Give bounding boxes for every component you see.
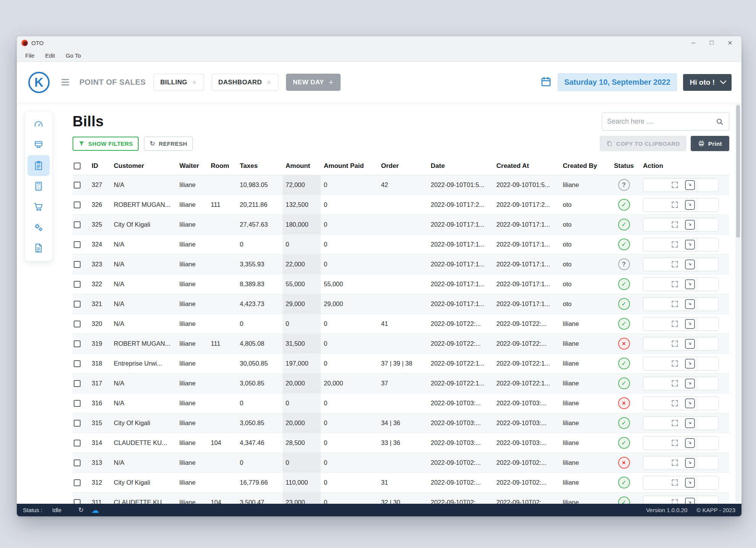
dashboard-button[interactable]: DASHBOARD + (212, 74, 278, 91)
sidebar-item-invoices[interactable] (27, 176, 50, 197)
expand-row-button[interactable] (666, 456, 683, 469)
sidebar-item-dashboard[interactable] (27, 114, 50, 135)
row-checkbox[interactable] (74, 499, 81, 504)
export-row-button[interactable] (683, 437, 697, 450)
expand-row-button[interactable] (666, 278, 683, 291)
row-checkbox[interactable] (74, 380, 81, 387)
vertical-scrollbar[interactable] (735, 104, 741, 503)
new-day-button[interactable]: NEW DAY + (286, 74, 341, 91)
row-checkbox[interactable] (74, 479, 81, 486)
table-row[interactable]: 321 N/A liliane 4,423.73 29,000 29,000 2… (73, 294, 729, 314)
calendar-icon[interactable] (540, 76, 552, 89)
table-row[interactable]: 318 Entreprise Urwi... liliane 30,050.85… (73, 354, 729, 374)
export-row-button[interactable] (683, 278, 697, 291)
table-row[interactable]: 315 City Of Kigali liliane 3,050.85 20,0… (73, 413, 729, 433)
copy-to-clipboard-button[interactable]: COPY TO CLIPBOARD (600, 136, 686, 151)
action-more-area[interactable] (697, 437, 718, 450)
row-checkbox[interactable] (74, 201, 81, 208)
export-row-button[interactable] (683, 417, 697, 430)
action-more-area[interactable] (697, 456, 718, 469)
row-checkbox[interactable] (74, 221, 81, 228)
billing-button[interactable]: BILLING + (153, 74, 204, 91)
export-row-button[interactable] (683, 357, 697, 370)
action-more-area[interactable] (697, 298, 718, 311)
expand-row-button[interactable] (666, 417, 683, 430)
search-icon[interactable] (716, 118, 724, 126)
hamburger-menu-icon[interactable] (60, 77, 71, 87)
action-more-area[interactable] (697, 218, 718, 231)
close-button[interactable]: × (721, 36, 739, 49)
row-checkbox[interactable] (74, 281, 81, 288)
select-all-checkbox[interactable] (74, 163, 81, 169)
table-row[interactable]: 314 CLAUDETTE KU... liliane 104 4,347.46… (73, 433, 729, 453)
action-more-area[interactable] (697, 417, 718, 430)
row-checkbox[interactable] (74, 440, 81, 446)
export-row-button[interactable] (683, 337, 697, 350)
expand-row-button[interactable] (666, 198, 683, 211)
action-more-area[interactable] (697, 496, 718, 504)
minimize-button[interactable]: – (684, 36, 703, 49)
expand-row-button[interactable] (666, 179, 683, 192)
expand-row-button[interactable] (666, 318, 683, 330)
table-row[interactable]: 323 N/A liliane 3,355.93 22,000 0 2022-0… (73, 255, 729, 274)
scrollbar-thumb[interactable] (736, 105, 740, 238)
export-row-button[interactable] (683, 318, 697, 330)
export-row-button[interactable] (683, 258, 697, 271)
expand-row-button[interactable] (666, 357, 683, 370)
show-filters-button[interactable]: SHOW FILTERS (73, 137, 139, 151)
table-row[interactable]: 311 CLAUDETTE KU... liliane 104 3,500.47… (73, 493, 729, 504)
table-row[interactable]: 326 ROBERT MUGAN... liliane 111 20,211.8… (73, 195, 729, 215)
table-row[interactable]: 316 N/A liliane 0 0 0 2022-09-10T03:... … (73, 393, 729, 413)
expand-row-button[interactable] (666, 496, 683, 504)
table-row[interactable]: 313 N/A liliane 0 0 0 2022-09-10T02:... … (73, 453, 729, 473)
row-checkbox[interactable] (74, 182, 81, 189)
export-row-button[interactable] (683, 218, 697, 231)
expand-row-button[interactable] (666, 218, 683, 231)
action-more-area[interactable] (697, 198, 718, 211)
export-row-button[interactable] (683, 179, 697, 192)
sidebar-item-orders[interactable] (27, 197, 50, 217)
row-checkbox[interactable] (74, 321, 81, 327)
action-more-area[interactable] (697, 377, 718, 390)
expand-row-button[interactable] (666, 476, 683, 489)
action-more-area[interactable] (697, 397, 718, 410)
row-checkbox[interactable] (74, 261, 81, 268)
action-more-area[interactable] (697, 357, 718, 370)
expand-row-button[interactable] (666, 397, 683, 410)
table-row[interactable]: 312 City Of Kigali liliane 16,779.66 110… (73, 473, 729, 493)
table-row[interactable]: 324 N/A liliane 0 0 0 2022-09-10T17:1...… (73, 235, 729, 255)
refresh-button[interactable]: ↻ REFRESH (144, 137, 193, 151)
row-checkbox[interactable] (74, 420, 81, 427)
action-more-area[interactable] (697, 476, 718, 489)
row-checkbox[interactable] (74, 459, 81, 466)
menu-edit[interactable]: Edit (40, 49, 60, 61)
export-row-button[interactable] (683, 298, 697, 311)
export-row-button[interactable] (683, 397, 697, 410)
sidebar-item-settings[interactable] (27, 217, 50, 238)
expand-row-button[interactable] (666, 258, 683, 271)
action-more-area[interactable] (697, 337, 718, 350)
print-button[interactable]: Print (691, 136, 729, 151)
action-more-area[interactable] (697, 318, 718, 330)
user-menu-button[interactable]: Hi oto ! (683, 74, 732, 91)
sync-refresh-icon[interactable]: ↻ (78, 507, 84, 513)
row-checkbox[interactable] (74, 340, 81, 347)
table-row[interactable]: 327 N/A liliane 10,983.05 72,000 0 42 20… (73, 175, 729, 195)
row-checkbox[interactable] (74, 360, 81, 367)
export-row-button[interactable] (683, 496, 697, 504)
table-row[interactable]: 325 City Of Kigali liliane 27,457.63 180… (73, 215, 729, 235)
table-row[interactable]: 322 N/A liliane 8,389.83 55,000 55,000 2… (73, 274, 729, 294)
expand-row-button[interactable] (666, 238, 683, 251)
search-input[interactable] (607, 118, 716, 126)
export-row-button[interactable] (683, 198, 697, 211)
action-more-area[interactable] (697, 238, 718, 251)
table-row[interactable]: 320 N/A liliane 0 0 0 41 2022-09-10T22:.… (73, 314, 729, 334)
export-row-button[interactable] (683, 456, 697, 469)
action-more-area[interactable] (697, 258, 718, 271)
expand-row-button[interactable] (666, 298, 683, 311)
row-checkbox[interactable] (74, 241, 81, 248)
sidebar-item-reports[interactable] (27, 238, 50, 258)
maximize-button[interactable]: □ (703, 36, 721, 49)
row-checkbox[interactable] (74, 400, 81, 407)
row-checkbox[interactable] (74, 301, 81, 308)
